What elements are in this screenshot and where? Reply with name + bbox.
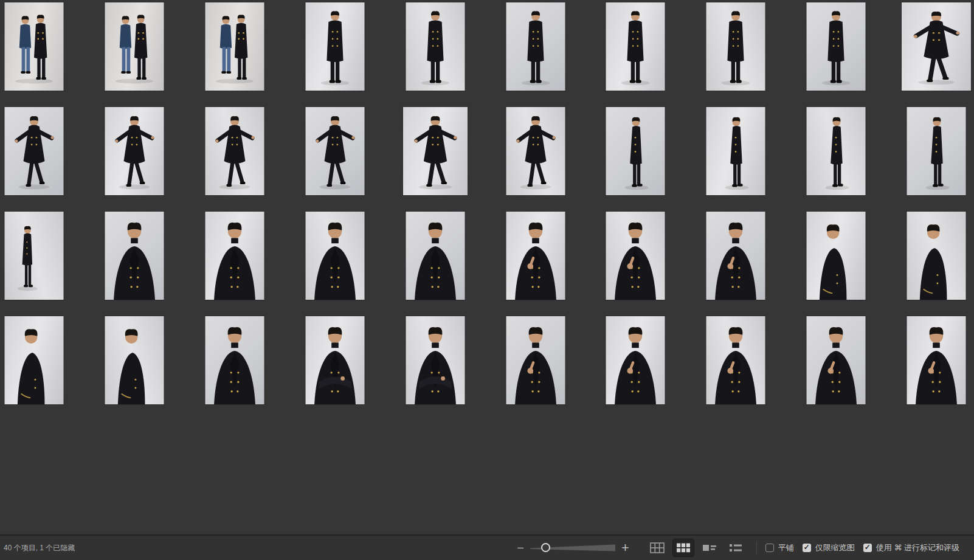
- photo-thumbnail[interactable]: [706, 212, 765, 300]
- photo-thumbnail[interactable]: [305, 316, 364, 404]
- zoom-in-button[interactable]: +: [621, 541, 629, 555]
- photo-thumbnail[interactable]: [305, 107, 364, 195]
- photo-thumbnail[interactable]: [403, 107, 468, 195]
- photo-thumbnail[interactable]: [807, 107, 866, 195]
- photo-thumbnail[interactable]: [506, 107, 565, 195]
- photo-thumbnail[interactable]: [406, 212, 465, 300]
- tile-checkbox-label: 平铺: [778, 542, 794, 553]
- photo-thumbnail[interactable]: [706, 316, 765, 404]
- photo-thumbnail[interactable]: [907, 212, 966, 300]
- controls-divider: [756, 541, 757, 555]
- photo-thumbnail[interactable]: [5, 212, 64, 300]
- photo-thumbnail[interactable]: [305, 212, 364, 300]
- view-mode-switcher: [646, 539, 747, 557]
- thumbnails-only-checkbox[interactable]: [803, 544, 811, 552]
- photo-thumbnail[interactable]: [5, 316, 64, 404]
- photo-thumbnail[interactable]: [506, 316, 565, 404]
- photo-thumbnail[interactable]: [205, 2, 264, 91]
- photo-browser-window: 40 个项目, 1 个已隐藏 − +: [0, 0, 974, 560]
- zoom-out-button[interactable]: −: [517, 542, 524, 554]
- photo-thumbnail[interactable]: [205, 107, 264, 195]
- tile-checkbox[interactable]: [765, 544, 774, 552]
- photo-thumbnail[interactable]: [5, 107, 64, 195]
- cmd-rating-checkbox[interactable]: [863, 544, 872, 552]
- thumbnail-details-icon: [702, 541, 717, 555]
- photo-thumbnail[interactable]: [606, 212, 665, 300]
- list-icon: [728, 541, 744, 555]
- photo-thumbnail[interactable]: [606, 316, 665, 404]
- photo-thumbnail[interactable]: [406, 2, 465, 91]
- photo-thumbnail[interactable]: [902, 2, 971, 91]
- photo-thumbnail[interactable]: [205, 316, 264, 404]
- thumbnail-size-slider[interactable]: [530, 541, 615, 555]
- bottom-bar-controls: − +: [517, 539, 959, 557]
- grid-outline-icon: [649, 541, 665, 555]
- slider-knob[interactable]: [541, 543, 550, 552]
- cmd-rating-checkbox-label: 使用 ⌘ 进行标记和评级: [876, 542, 959, 553]
- cmd-rating-checkbox-group[interactable]: 使用 ⌘ 进行标记和评级: [863, 542, 959, 553]
- grid-outline-view-button[interactable]: [646, 539, 668, 557]
- thumbnails-only-checkbox-label: 仅限缩览图: [815, 542, 855, 553]
- photo-thumbnail[interactable]: [205, 212, 264, 300]
- photo-thumbnail[interactable]: [105, 316, 164, 404]
- photo-thumbnail[interactable]: [606, 107, 665, 195]
- photo-thumbnail[interactable]: [807, 2, 866, 91]
- photo-thumbnail[interactable]: [907, 107, 966, 195]
- thumbnail-details-view-button[interactable]: [699, 539, 720, 557]
- photo-thumbnail[interactable]: [706, 107, 765, 195]
- grid-filled-view-button[interactable]: [672, 539, 694, 557]
- photo-thumbnail[interactable]: [807, 316, 866, 404]
- photo-thumbnail[interactable]: [506, 212, 565, 300]
- photo-thumbnail[interactable]: [105, 107, 164, 195]
- photo-thumbnail[interactable]: [406, 316, 465, 404]
- thumbnails-only-checkbox-group[interactable]: 仅限缩览图: [803, 542, 855, 553]
- photo-thumbnail[interactable]: [907, 316, 966, 404]
- thumbnail-grid: [0, 0, 974, 534]
- photo-thumbnail[interactable]: [807, 212, 866, 300]
- photo-thumbnail[interactable]: [606, 2, 665, 91]
- bottom-bar: 40 个项目, 1 个已隐藏 − +: [0, 536, 974, 560]
- photo-thumbnail[interactable]: [305, 2, 364, 91]
- list-view-button[interactable]: [725, 539, 747, 557]
- photo-thumbnail[interactable]: [506, 2, 565, 91]
- photo-thumbnail[interactable]: [706, 2, 765, 91]
- photo-thumbnail[interactable]: [105, 212, 164, 300]
- item-count-status: 40 个项目, 1 个已隐藏: [4, 543, 75, 553]
- grid-filled-icon: [675, 541, 691, 555]
- photo-thumbnail[interactable]: [5, 2, 64, 91]
- photo-thumbnail[interactable]: [105, 2, 164, 91]
- tile-checkbox-group[interactable]: 平铺: [765, 542, 794, 553]
